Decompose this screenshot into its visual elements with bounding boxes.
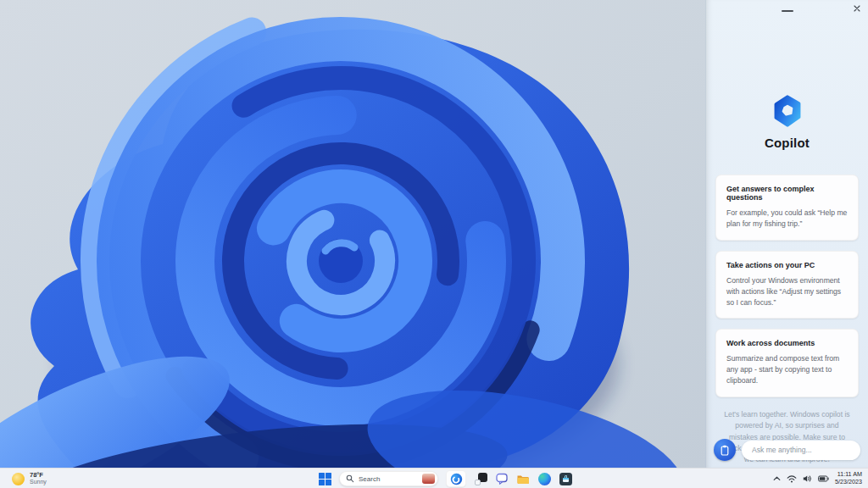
copilot-input-row	[714, 439, 860, 461]
desktop-wallpaper	[0, 0, 705, 468]
copilot-icon	[450, 473, 463, 485]
close-button[interactable]	[851, 3, 863, 14]
minimize-dash-icon	[782, 10, 793, 12]
taskbar-copilot-button[interactable]	[446, 470, 466, 487]
card-title: Get answers to complex questions	[726, 185, 848, 202]
system-tray: 11:11 AM 5/23/2023	[773, 469, 862, 488]
clipboard-icon	[720, 445, 730, 456]
search-icon	[346, 474, 354, 483]
tray-volume-button[interactable]	[803, 474, 812, 483]
suggestion-card-answers: Get answers to complex questions For exa…	[715, 175, 859, 241]
folder-icon	[516, 472, 530, 485]
search-placeholder: Search	[359, 475, 422, 483]
edge-browser-icon	[538, 473, 551, 485]
card-body: For example, you could ask “Help me plan…	[726, 208, 848, 230]
tray-overflow-button[interactable]	[773, 475, 781, 482]
battery-icon	[818, 475, 829, 482]
card-body: Control your Windows environment with ac…	[726, 275, 848, 308]
tray-battery-button[interactable]	[818, 475, 829, 482]
taskbar-file-explorer-button[interactable]	[516, 472, 530, 485]
copilot-logo-icon	[771, 95, 804, 127]
wifi-icon	[787, 474, 797, 483]
copilot-suggestions: Get answers to complex questions For exa…	[715, 175, 859, 466]
chat-bubble-icon	[495, 472, 509, 485]
clock-widget[interactable]: 11:11 AM 5/23/2023	[835, 471, 862, 485]
panel-title: Copilot	[706, 136, 868, 150]
clipboard-suggestion-button[interactable]	[714, 439, 736, 461]
taskbar-edge-button[interactable]	[537, 472, 551, 485]
taskbar-center-icons: Search	[319, 469, 572, 488]
suggestion-card-documents: Work across documents Summarize and comp…	[715, 329, 859, 397]
ask-me-anything-input[interactable]	[742, 441, 860, 460]
copilot-panel: Copilot Get answers to complex questions…	[705, 0, 868, 468]
desktop-screen: Copilot Get answers to complex questions…	[0, 0, 868, 488]
windows-logo-icon	[319, 473, 325, 479]
speaker-icon	[803, 474, 812, 483]
bloom-wallpaper-art	[0, 0, 705, 468]
card-title: Take actions on your PC	[726, 261, 848, 269]
weather-condition: Sunny	[30, 479, 47, 485]
task-view-icon	[475, 473, 487, 485]
card-title: Work across documents	[726, 339, 848, 347]
microsoft-store-icon	[559, 473, 572, 485]
sun-icon	[12, 473, 25, 485]
chevron-up-icon	[773, 475, 781, 482]
taskbar-search-box[interactable]: Search	[339, 471, 438, 486]
taskbar-task-view-button[interactable]	[474, 472, 487, 485]
weather-widget[interactable]: 78°F Sunny	[12, 469, 47, 488]
tray-date: 5/23/2023	[835, 479, 862, 486]
card-body: Summarize and compose text from any app …	[726, 353, 848, 386]
tray-network-button[interactable]	[787, 474, 797, 483]
start-button[interactable]	[319, 473, 331, 485]
search-highlight-thumbnail	[422, 474, 435, 484]
taskbar: 78°F Sunny Search	[0, 468, 868, 488]
weather-temperature: 78°F	[30, 472, 47, 480]
suggestion-card-actions: Take actions on your PC Control your Win…	[715, 251, 859, 319]
taskbar-chat-button[interactable]	[495, 472, 509, 485]
taskbar-store-button[interactable]	[559, 472, 572, 485]
close-icon	[851, 3, 863, 14]
minimize-button[interactable]	[778, 5, 797, 14]
